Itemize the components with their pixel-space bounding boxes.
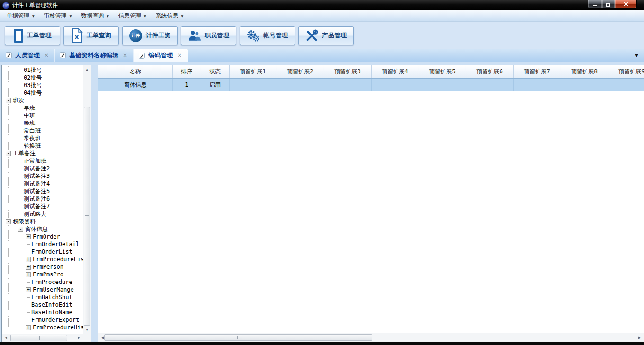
tree-item[interactable]: -窗体信息 xyxy=(2,225,83,233)
tab-1[interactable]: 基础资料名称编辑× xyxy=(55,49,134,62)
tab-close-icon[interactable]: × xyxy=(122,52,128,59)
tree-item[interactable]: +FrmProcedureList xyxy=(2,256,83,263)
column-header-8[interactable]: 预留扩展6 xyxy=(466,65,513,79)
tree-expander-icon[interactable]: - xyxy=(18,227,23,232)
toolbar-button-3[interactable]: 职员管理 xyxy=(181,26,236,45)
tree-item[interactable]: +FrmProcedureHist xyxy=(2,324,83,331)
tree-item[interactable]: 中班 xyxy=(2,112,83,119)
scroll-down-icon[interactable]: ▼ xyxy=(83,326,91,334)
grid-cell[interactable] xyxy=(513,79,561,91)
tree-item[interactable]: -权限资料 xyxy=(2,218,83,225)
tree-item[interactable]: FrmOrderExport xyxy=(2,316,83,324)
tree-item[interactable]: 04批号 xyxy=(2,89,83,97)
scroll-left-icon[interactable]: ◀ xyxy=(2,334,10,342)
column-header-1[interactable]: 排序 xyxy=(172,65,201,79)
column-header-0[interactable]: 名称 xyxy=(98,65,172,79)
column-header-6[interactable]: 预留扩展4 xyxy=(371,65,419,79)
tree-hscroll-thumb[interactable] xyxy=(10,335,67,341)
tree-item[interactable]: FrmBatchShut xyxy=(2,293,83,301)
column-header-7[interactable]: 预留扩展5 xyxy=(419,65,466,79)
tree-item[interactable]: +FrmOrder xyxy=(2,233,83,240)
minimize-button[interactable] xyxy=(588,0,602,9)
tree-item[interactable]: 正常加班 xyxy=(2,157,83,165)
toolbar-button-4[interactable]: 帐号管理 xyxy=(240,26,295,45)
tree-expander-icon[interactable]: + xyxy=(26,272,31,277)
column-header-4[interactable]: 预留扩展2 xyxy=(277,65,324,79)
tree-vscroll-thumb[interactable] xyxy=(84,107,90,326)
grid-cell[interactable] xyxy=(371,79,419,91)
grid-cell[interactable]: 窗体信息 xyxy=(98,79,172,91)
grid-cell[interactable] xyxy=(608,79,644,91)
menu-item-1[interactable]: 审核管理▼ xyxy=(39,10,77,21)
tree-item[interactable]: 测试备注7 xyxy=(2,203,83,210)
tab-list-dropdown-icon[interactable]: ▼ xyxy=(635,53,638,58)
tree-item[interactable]: BaseInfoEdit xyxy=(2,301,83,309)
toolbar-button-5[interactable]: 产品管理 xyxy=(298,26,354,45)
tree-item[interactable]: -班次 xyxy=(2,97,83,104)
tree-item[interactable]: 测试备注3 xyxy=(2,172,83,180)
toolbar-button-1[interactable]: X工单查询 xyxy=(63,26,119,45)
grid-hscroll-thumb[interactable] xyxy=(104,334,372,341)
grid-cell[interactable]: 启用 xyxy=(201,79,229,91)
maximize-restore-button[interactable] xyxy=(602,0,615,9)
tree-item[interactable]: FrmOrderDetail xyxy=(2,240,83,248)
tree-item[interactable]: +FrmPerson xyxy=(2,263,83,271)
column-header-9[interactable]: 预留扩展7 xyxy=(513,65,561,79)
tab-close-icon[interactable]: × xyxy=(176,52,183,59)
tree-expander-icon[interactable]: + xyxy=(26,234,31,239)
tree-item[interactable]: 03批号 xyxy=(2,81,83,89)
menu-item-4[interactable]: 系统信息▼ xyxy=(151,10,188,21)
column-header-5[interactable]: 预留扩展3 xyxy=(324,65,371,79)
menu-item-0[interactable]: 单据管理▼ xyxy=(2,10,39,21)
tree-item[interactable]: 01批号 xyxy=(2,66,83,74)
column-header-3[interactable]: 预留扩展1 xyxy=(229,65,277,79)
tree-item[interactable]: 测试备注4 xyxy=(2,180,83,187)
tree-item[interactable]: 02批号 xyxy=(2,74,83,81)
tree-item[interactable]: 测试备注6 xyxy=(2,195,83,203)
toolbar-button-2[interactable]: 计件计件工资 xyxy=(122,26,178,45)
tree-item[interactable]: 晚班 xyxy=(2,119,83,127)
tree-item[interactable]: +FrmUserMange xyxy=(2,286,83,293)
tree-item[interactable]: 测试略去 xyxy=(2,210,83,218)
tree-expander-icon[interactable]: + xyxy=(26,257,31,262)
grid-cell[interactable] xyxy=(466,79,513,91)
grid-horizontal-scrollbar[interactable]: ◀ ▶ xyxy=(98,333,644,342)
tree-item[interactable]: FrmOrderList xyxy=(2,248,83,256)
tree-item[interactable]: 轮换班 xyxy=(2,142,83,150)
tree-item[interactable]: 常夜班 xyxy=(2,134,83,142)
grid-cell[interactable] xyxy=(419,79,466,91)
menu-item-2[interactable]: 数据查询▼ xyxy=(76,10,114,21)
tree-expander-icon[interactable]: - xyxy=(6,219,11,224)
toolbar-button-0[interactable]: 工单管理 xyxy=(5,26,60,45)
column-header-2[interactable]: 状态 xyxy=(201,65,229,79)
tab-2[interactable]: 编码管理× xyxy=(134,49,188,62)
tab-close-icon[interactable]: × xyxy=(43,52,50,59)
tree-item[interactable]: 测试备注5 xyxy=(2,187,83,195)
tree-horizontal-scrollbar[interactable]: ◀ ▶ xyxy=(2,334,83,342)
grid-cell[interactable]: 1 xyxy=(172,79,201,91)
grid-cell[interactable] xyxy=(277,79,324,91)
tree-item[interactable]: +FrmPmsPro xyxy=(2,271,83,278)
tree-expander-icon[interactable]: - xyxy=(6,151,11,156)
tree-item[interactable]: FrmProcedure xyxy=(2,278,83,286)
grid-cell[interactable] xyxy=(561,79,608,91)
close-button[interactable] xyxy=(615,0,637,9)
tree-item[interactable]: 常白班 xyxy=(2,127,83,134)
tree-item[interactable]: 测试备注2 xyxy=(2,165,83,172)
tree-expander-icon[interactable]: - xyxy=(6,98,11,103)
scroll-right-icon[interactable]: ▶ xyxy=(75,334,83,342)
tree-vertical-scrollbar[interactable]: ▲ ▼ xyxy=(83,65,91,334)
grid-cell[interactable] xyxy=(229,79,277,91)
scroll-right-icon[interactable]: ▶ xyxy=(635,334,644,342)
tree-expander-icon[interactable]: + xyxy=(26,265,31,270)
grid-row[interactable]: 窗体信息1启用 xyxy=(98,79,644,91)
scroll-up-icon[interactable]: ▲ xyxy=(83,65,91,73)
tree-expander-icon[interactable]: + xyxy=(26,287,31,292)
tree-item[interactable]: -工单备注 xyxy=(2,150,83,157)
column-header-11[interactable]: 预留扩展9 xyxy=(608,65,644,79)
column-header-10[interactable]: 预留扩展8 xyxy=(561,65,608,79)
tree-expander-icon[interactable]: + xyxy=(26,325,31,330)
grid-cell[interactable] xyxy=(324,79,371,91)
tab-0[interactable]: 人员管理× xyxy=(1,49,55,62)
tree-item[interactable]: BaseInfoName xyxy=(2,309,83,316)
